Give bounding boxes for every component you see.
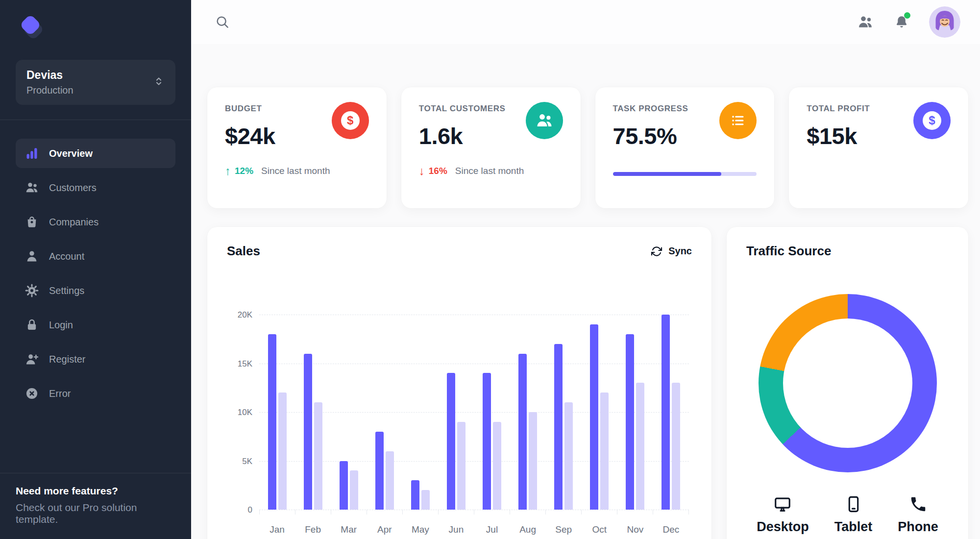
sidebar-item-label: Customers: [49, 182, 97, 194]
sidebar-item-register[interactable]: Register: [16, 344, 175, 374]
task-progress-bar: [613, 172, 757, 176]
lock-icon: [24, 318, 39, 332]
workspace-environment: Production: [26, 85, 74, 96]
sidebar-item-label: Error: [49, 388, 71, 399]
bar-this-year: [662, 315, 670, 510]
user-avatar[interactable]: [929, 6, 960, 38]
bar-group: [617, 315, 653, 510]
sidebar-nav: Overview Customers: [16, 139, 175, 408]
sales-title: Sales: [227, 244, 260, 259]
legend-label: Tablet: [834, 519, 873, 535]
x-axis-label: Aug: [510, 524, 546, 535]
workspace-name: Devias: [26, 69, 74, 82]
bar-last-year: [314, 402, 322, 510]
x-axis-label: Sep: [546, 524, 582, 535]
trend-row: ↓ 16% Since last month: [419, 165, 563, 177]
bar-group: [259, 315, 295, 510]
sidebar-item-customers[interactable]: Customers: [16, 173, 175, 202]
users-icon: [858, 14, 873, 30]
charts-row: Sales Sync 20K15K10K5K0: [207, 227, 968, 539]
unfold-chevrons-icon: [153, 75, 165, 89]
traffic-legend: Desktop Tablet: [746, 495, 949, 535]
devias-logo-icon: [17, 13, 175, 47]
workspace-switcher[interactable]: Devias Production: [16, 60, 175, 105]
sidebar-item-overview[interactable]: Overview: [16, 139, 175, 168]
trend-value: 16%: [429, 166, 447, 176]
gridline: 0: [259, 510, 689, 510]
bar-group: [295, 315, 331, 510]
sync-label: Sync: [668, 245, 692, 257]
bar-this-year: [268, 334, 276, 510]
sidebar-item-label: Register: [49, 354, 85, 365]
trend-value: 12%: [235, 166, 253, 176]
budget-card: BUDGET $24k $ ↑ 12% Since last month: [207, 87, 387, 208]
phone-icon: [909, 495, 928, 515]
bar-this-year: [518, 354, 527, 510]
axis-tick: [653, 510, 689, 514]
bar-last-year: [350, 470, 358, 510]
contacts-button[interactable]: [855, 11, 876, 33]
bar-group: [510, 315, 546, 510]
bar-this-year: [626, 334, 634, 510]
sidebar-item-login[interactable]: Login: [16, 310, 175, 340]
sidebar-item-label: Login: [49, 319, 73, 331]
sync-button[interactable]: Sync: [651, 245, 692, 257]
legend-item-tablet: Tablet: [834, 495, 873, 535]
axis-tick: [582, 510, 617, 514]
bar-group: [402, 315, 438, 510]
bar-last-year: [386, 451, 394, 510]
gear-icon: [24, 283, 39, 298]
x-axis-label: May: [402, 524, 438, 535]
dollar-circle-icon: $: [332, 102, 369, 139]
bar-group: [546, 315, 582, 510]
axis-tick: [546, 510, 582, 514]
legend-item-desktop: Desktop: [757, 495, 809, 535]
bar-this-year: [411, 480, 419, 510]
dollar-circle-icon: $: [913, 102, 951, 139]
traffic-source-card: Traffic Source Desktop: [727, 227, 968, 539]
traffic-title: Traffic Source: [746, 244, 949, 259]
y-tick-label: 0: [227, 505, 252, 515]
x-axis-label: Jan: [259, 524, 295, 535]
trend-row: ↑ 12% Since last month: [225, 165, 369, 177]
bar-group: [653, 315, 689, 510]
bar-group: [438, 315, 474, 510]
user-plus-icon: [24, 352, 39, 367]
users-circle-icon: [526, 102, 563, 139]
bar-last-year: [421, 490, 430, 510]
bar-this-year: [590, 324, 598, 510]
sales-bars: [259, 315, 689, 510]
bar-last-year: [600, 392, 609, 510]
search-button[interactable]: [212, 11, 233, 33]
refresh-icon: [651, 245, 662, 257]
x-axis-label: Oct: [582, 524, 617, 535]
bar-group: [367, 315, 402, 510]
bar-group: [331, 315, 367, 510]
bar-this-year: [554, 344, 563, 510]
axis-tick: [260, 510, 295, 514]
sidebar: Devias Production Overview: [0, 0, 191, 539]
legend-label: Phone: [898, 519, 938, 535]
sidebar-item-error[interactable]: Error: [16, 379, 175, 408]
sales-months: JanFebMarAprMayJunJulAugSepOctNovDec: [259, 524, 689, 535]
sidebar-item-label: Account: [49, 251, 84, 262]
sidebar-divider: [0, 120, 191, 120]
sidebar-item-account[interactable]: Account: [16, 242, 175, 271]
axis-tick: [295, 510, 331, 514]
x-axis-label: Dec: [653, 524, 689, 535]
axis-tick: [403, 510, 439, 514]
bar-this-year: [304, 354, 312, 510]
top-bar: [191, 0, 980, 44]
page-content: BUDGET $24k $ ↑ 12% Since last month TOT…: [191, 44, 980, 539]
bar-this-year: [340, 461, 348, 510]
x-axis-label: Jun: [438, 524, 474, 535]
x-axis-label: Jul: [474, 524, 510, 535]
sidebar-footer: Need more features? Check out our Pro so…: [0, 473, 191, 539]
bar-this-year: [375, 432, 384, 510]
x-axis-label: Mar: [331, 524, 367, 535]
axis-tick: [439, 510, 474, 514]
y-tick-label: 5K: [227, 457, 252, 466]
sidebar-item-companies[interactable]: Companies: [16, 207, 175, 237]
sidebar-item-settings[interactable]: Settings: [16, 276, 175, 305]
notification-dot: [904, 12, 910, 19]
